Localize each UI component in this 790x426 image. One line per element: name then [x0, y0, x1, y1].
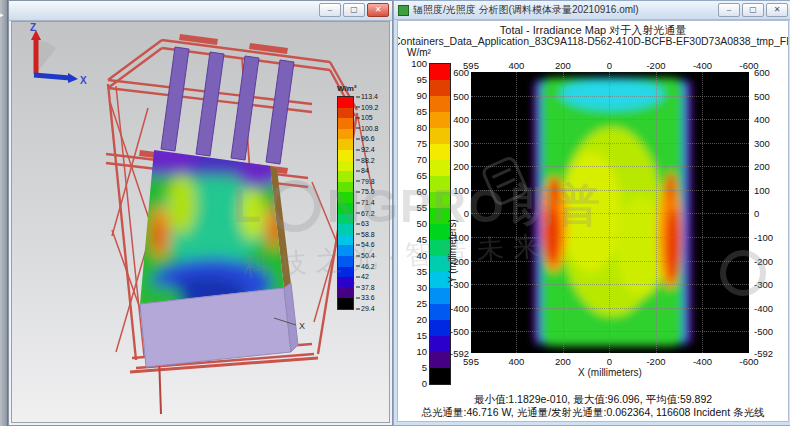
model-axis-x-label: X	[299, 321, 305, 331]
colorbar-tick-label: 37.8	[356, 283, 375, 290]
colorbar-segment	[338, 108, 353, 119]
y-tick-label: -200	[450, 255, 469, 266]
colorbar-tick-label: 105	[356, 114, 373, 121]
colorbar-segment	[338, 224, 353, 235]
triad-z-label: Z	[30, 22, 36, 33]
model-colorbar-gradient	[337, 96, 354, 310]
colorbar-segment	[338, 203, 353, 214]
colorbar-segment	[338, 161, 353, 172]
left-panel-splitter[interactable]: ▸	[0, 0, 8, 426]
map-subtitle-path: Containers_Data_Application_83C9A118-D56…	[397, 35, 789, 47]
colorbar-tick-label: 15	[416, 330, 427, 341]
x-tick-label: -600	[739, 356, 758, 367]
x-tick-label: -200	[646, 356, 665, 367]
irradiance-map-window: 辐照度/光照度 分析图(调料模体录量20210916.oml) – ▢ ✕ To…	[393, 0, 790, 426]
model-window-titlebar[interactable]: – ▢ ✕	[9, 1, 392, 21]
irradiance-heatmap[interactable]	[471, 72, 749, 353]
colorbar-tick-label: 45	[416, 234, 427, 245]
colorbar-tick-label: 54.6	[356, 241, 375, 248]
close-button[interactable]: ✕	[367, 3, 389, 17]
app-root: ▸ – ▢ ✕	[0, 0, 790, 426]
colorbar-tick-label: 50.4	[356, 252, 375, 259]
colorbar-tick-label: 92.4	[356, 146, 375, 153]
triad-x-label: X	[80, 75, 87, 86]
x-tick-label: -600	[739, 60, 758, 71]
colorbar-segment	[338, 150, 353, 161]
colorbar-tick-label: 80	[416, 122, 427, 133]
colorbar-tick-label: 96.6	[356, 135, 375, 142]
model-viewport[interactable]: X Z X W/m² 113.4109.2105100.896.692.488.…	[11, 21, 390, 423]
colorbar-segment	[338, 139, 353, 150]
colorbar-tick-label: 40	[416, 250, 427, 261]
map-window-titlebar[interactable]: 辐照度/光照度 分析图(调料模体录量20210916.oml) – ▢ ✕	[394, 1, 790, 20]
x-tick-label: 400	[508, 60, 524, 71]
colorbar-tick-label: 79.8	[356, 177, 375, 184]
expand-arrow-icon: ▸	[0, 11, 4, 18]
y-tick-label: 200	[453, 161, 469, 172]
colorbar-segment	[338, 171, 353, 182]
app-icon	[398, 5, 409, 16]
minimize-button[interactable]: –	[718, 3, 740, 17]
triad-sector	[36, 40, 56, 74]
colorbar-segment	[338, 118, 353, 129]
colorbar-tick-label: 70	[416, 154, 427, 165]
colorbar-tick-label: 10	[416, 346, 427, 357]
y-axis-ticks-right: 6005004003002001000-100-200-300-400-500-…	[754, 72, 789, 353]
gridline-horizontal	[471, 190, 749, 191]
y-tick-label: 100	[754, 184, 770, 195]
model-colorbar-labels: 113.4109.2105100.896.692.488.28479.875.6…	[356, 96, 390, 308]
colorbar-tick-label: 55	[416, 202, 427, 213]
x-tick-label: 0	[607, 356, 612, 367]
map-client-area: Total - Irradiance Map 对于入射光通量 Container…	[397, 20, 789, 422]
colorbar-tick-label: 29.4	[356, 305, 375, 312]
colorbar-tick-label: 100.8	[356, 124, 379, 131]
colorbar-tick-label: 50	[416, 218, 427, 229]
colorbar-tick-label: 71.4	[356, 199, 375, 206]
x-axis-ticks-bottom: 5954002000-200-400-600	[471, 356, 749, 367]
x-tick-label: -400	[693, 356, 712, 367]
colorbar-segment	[338, 288, 353, 299]
colorbar-segment	[338, 182, 353, 193]
colorbar-segment	[430, 352, 450, 368]
colorbar-tick-label: 25	[416, 298, 427, 309]
colorbar-tick-label: 30	[416, 282, 427, 293]
close-button[interactable]: ✕	[766, 3, 788, 17]
coordinate-triad: Z X	[12, 22, 88, 88]
gridline-horizontal	[471, 284, 749, 285]
colorbar-tick-label: 113.4	[356, 93, 378, 100]
y-tick-label: -500	[450, 326, 469, 337]
colorbar-segment	[338, 129, 353, 140]
maximize-button[interactable]: ▢	[343, 3, 365, 17]
colorbar-tick-label: 0	[422, 378, 427, 389]
y-tick-label: 400	[453, 114, 469, 125]
maximize-button[interactable]: ▢	[742, 3, 764, 17]
stats-line-2: 总光通量:46.716 W, 光通量/发射光通量:0.062364, 11660…	[398, 406, 788, 420]
purple-slats	[161, 47, 294, 164]
colorbar-segment	[338, 214, 353, 225]
x-axis-arrowhead	[68, 73, 78, 83]
gridline-horizontal	[471, 96, 749, 97]
x-tick-label: 200	[555, 60, 571, 71]
map-window-title: 辐照度/光照度 分析图(调料模体录量20210916.oml)	[413, 3, 714, 17]
model-view-window: – ▢ ✕	[8, 0, 393, 426]
colorbar-tick-label: 58.8	[356, 230, 375, 237]
colorbar-tick-label: 33.6	[356, 294, 375, 301]
y-tick-label: -300	[754, 279, 773, 290]
model-colorbar: W/m² 113.4109.2105100.896.692.488.28479.…	[330, 84, 390, 310]
colorbar-segment	[338, 298, 353, 309]
colorbar-tick-label: 63	[356, 220, 369, 227]
colorbar-tick-label: 90	[416, 90, 427, 101]
colorbar-segment	[338, 192, 353, 203]
x-axis-label: X (millimeters)	[471, 367, 749, 378]
colorbar-tick-label: 60	[416, 186, 427, 197]
colorbar-tick-label: 35	[416, 266, 427, 277]
y-tick-label: -400	[450, 302, 469, 313]
x-tick-label: 200	[555, 356, 571, 367]
colorbar-tick-label: 75.6	[356, 188, 375, 195]
y-tick-label: 300	[754, 137, 770, 148]
y-tick-label: 400	[754, 114, 770, 125]
minimize-button[interactable]: –	[319, 3, 341, 17]
gridline-horizontal	[471, 261, 749, 262]
x-tick-label: 0	[607, 60, 612, 71]
y-tick-label: 0	[754, 208, 759, 219]
